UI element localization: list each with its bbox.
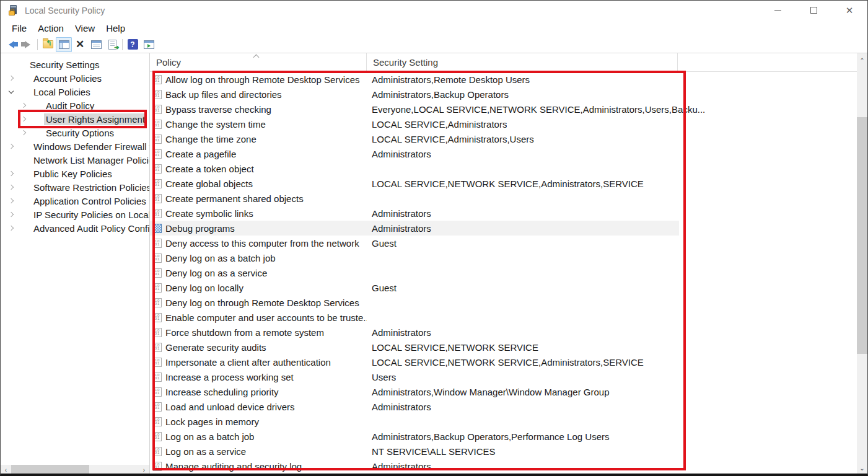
- horizontal-scroll-thumb[interactable]: [11, 465, 89, 475]
- policy-row[interactable]: Increase a process working set Users: [150, 369, 857, 384]
- menu-action[interactable]: Action: [32, 21, 69, 35]
- menu-view[interactable]: View: [69, 21, 100, 35]
- up-one-level-button[interactable]: ↰: [40, 37, 56, 52]
- tree-horizontal-scrollbar[interactable]: ‹ ›: [1, 465, 149, 475]
- policy-name: Change the time zone: [165, 134, 256, 144]
- minimize-button[interactable]: [760, 1, 796, 20]
- policy-row[interactable]: Increase scheduling priority Administrat…: [150, 384, 857, 399]
- policy-row[interactable]: Create global objects LOCAL SERVICE,NETW…: [150, 176, 857, 191]
- policy-row[interactable]: Deny access to this computer from the ne…: [150, 236, 857, 250]
- policy-row[interactable]: Generate security audits LOCAL SERVICE,N…: [150, 340, 857, 355]
- expander-chevron-icon[interactable]: [19, 100, 29, 110]
- tree-item[interactable]: Network List Manager Policies: [1, 153, 149, 167]
- policy-doc-icon: [153, 75, 162, 84]
- policy-row[interactable]: Deny log on through Remote Desktop Servi…: [150, 295, 857, 310]
- policy-row[interactable]: Create a token object: [150, 161, 857, 176]
- menu-file[interactable]: File: [6, 21, 32, 35]
- policy-row[interactable]: Manage auditing and security log Adminis…: [150, 459, 857, 474]
- tree-item[interactable]: User Rights Assignment: [1, 112, 149, 126]
- scroll-down-icon[interactable]: ⌄: [857, 463, 867, 474]
- expander-chevron-icon[interactable]: [7, 169, 17, 178]
- expander-chevron-icon[interactable]: [7, 73, 17, 83]
- show-console-tree-button[interactable]: [56, 37, 72, 52]
- tree-item[interactable]: Account Policies: [1, 71, 149, 85]
- column-header-security-setting[interactable]: Security Setting: [367, 53, 678, 71]
- expander-chevron-icon[interactable]: [19, 128, 29, 138]
- tree-item[interactable]: IP Security Policies on Local C: [1, 208, 149, 221]
- expander-chevron-icon[interactable]: [19, 114, 29, 124]
- expander-chevron-icon[interactable]: [7, 196, 17, 206]
- policy-row[interactable]: Change the time zone LOCAL SERVICE,Admin…: [150, 131, 857, 146]
- policy-column-label: Policy: [156, 57, 181, 68]
- properties-button[interactable]: [88, 37, 104, 52]
- policy-doc-icon: [153, 253, 162, 263]
- scroll-right-icon[interactable]: ›: [139, 465, 149, 475]
- policy-name: Lock pages in memory: [165, 416, 259, 427]
- scroll-left-icon[interactable]: ‹: [1, 465, 11, 475]
- expander-chevron-icon[interactable]: [7, 209, 17, 219]
- tree-item[interactable]: Advanced Audit Policy Config: [1, 221, 149, 235]
- expander-chevron-icon[interactable]: [3, 60, 13, 69]
- vertical-scroll-thumb[interactable]: [857, 117, 867, 354]
- close-button[interactable]: ✕: [831, 1, 867, 20]
- policy-row[interactable]: Debug programs Administrators: [150, 221, 679, 236]
- policy-doc-icon: [153, 387, 162, 397]
- policy-row[interactable]: Deny log on as a service: [150, 265, 857, 280]
- policy-doc-icon: [153, 358, 162, 367]
- forward-button[interactable]: [19, 37, 35, 52]
- policy-name: Deny log on through Remote Desktop Servi…: [165, 298, 359, 308]
- policy-doc-icon: [153, 120, 162, 129]
- scroll-up-icon[interactable]: ⌃: [857, 55, 867, 66]
- policy-name: Deny log on as a service: [165, 268, 267, 278]
- security-setting-value: Administrators: [367, 461, 431, 472]
- maximize-button[interactable]: [796, 1, 831, 20]
- show-action-pane-button[interactable]: [141, 37, 157, 52]
- tree-item[interactable]: Software Restriction Policies: [1, 180, 149, 194]
- policy-row[interactable]: Bypass traverse checking Everyone,LOCAL …: [150, 102, 857, 117]
- expander-chevron-icon[interactable]: [7, 141, 17, 151]
- menu-help[interactable]: Help: [100, 21, 131, 35]
- policy-row[interactable]: Allow log on through Remote Desktop Serv…: [150, 72, 857, 87]
- policy-row[interactable]: Create symbolic links Administrators: [150, 206, 857, 221]
- back-button[interactable]: [3, 37, 19, 52]
- policy-row[interactable]: Load and unload device drivers Administr…: [150, 399, 857, 414]
- tree-item[interactable]: Local Policies: [1, 85, 149, 99]
- tree-item[interactable]: Windows Defender Firewall w: [1, 139, 149, 153]
- policy-row[interactable]: Create a pagefile Administrators: [150, 146, 857, 161]
- security-setting-value: LOCAL SERVICE,Administrators,Users: [367, 134, 534, 144]
- help-button[interactable]: ?: [125, 37, 141, 52]
- list-vertical-scrollbar[interactable]: ⌃ ⌄: [857, 53, 867, 475]
- column-header-policy[interactable]: Policy: [150, 53, 367, 71]
- security-setting-value: Administrators: [367, 149, 431, 159]
- policy-row[interactable]: Log on as a service NT SERVICE\ALL SERVI…: [150, 444, 857, 459]
- security-setting-value: NT SERVICE\ALL SERVICES: [367, 446, 496, 457]
- policy-doc-icon: [153, 134, 162, 144]
- expander-chevron-icon[interactable]: [7, 87, 17, 97]
- policy-row[interactable]: Create permanent shared objects: [150, 191, 857, 206]
- policy-list-panel: Policy Security Setting Allow log on thr…: [150, 53, 867, 475]
- tree-item-label: Windows Defender Firewall w: [32, 141, 149, 152]
- policy-row[interactable]: Change the system time LOCAL SERVICE,Adm…: [150, 117, 857, 131]
- policy-row[interactable]: Deny log on locally Guest: [150, 280, 857, 295]
- toolbar-separator: [37, 39, 38, 50]
- policy-row[interactable]: Back up files and directories Administra…: [150, 87, 857, 102]
- tree-item[interactable]: Public Key Policies: [1, 167, 149, 180]
- export-list-button[interactable]: [104, 37, 120, 52]
- delete-button[interactable]: ✕: [72, 37, 88, 52]
- expander-chevron-icon[interactable]: [7, 223, 17, 233]
- policy-row[interactable]: Deny log on as a batch job: [150, 250, 857, 265]
- policy-row[interactable]: Impersonate a client after authenticatio…: [150, 355, 857, 369]
- policy-row[interactable]: Log on as a batch job Administrators,Bac…: [150, 429, 857, 444]
- security-setting-column-label: Security Setting: [373, 57, 438, 68]
- policy-row[interactable]: Enable computer and user accounts to be …: [150, 310, 857, 325]
- tree-node-icon: [18, 209, 29, 219]
- tree-item[interactable]: Security Options: [1, 126, 149, 139]
- tree-item[interactable]: Security Settings: [1, 58, 149, 71]
- expander-chevron-icon[interactable]: [7, 155, 17, 165]
- tree-item[interactable]: Application Control Policies: [1, 194, 149, 208]
- policy-doc-icon: [153, 402, 162, 412]
- tree-item[interactable]: Audit Policy: [1, 99, 149, 112]
- policy-row[interactable]: Lock pages in memory: [150, 414, 857, 429]
- expander-chevron-icon[interactable]: [7, 182, 17, 192]
- policy-row[interactable]: Force shutdown from a remote system Admi…: [150, 325, 857, 340]
